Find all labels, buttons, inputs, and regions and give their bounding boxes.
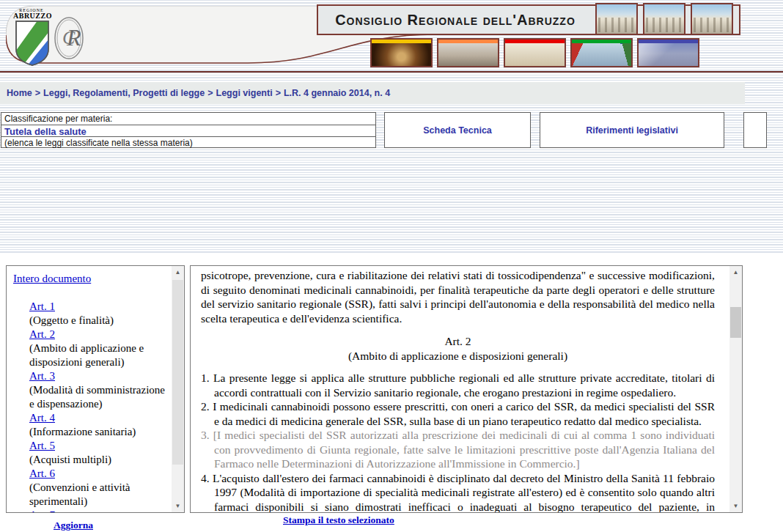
bell-photo: [372, 43, 431, 66]
mountain-photo-thumbnail[interactable]: [637, 38, 699, 67]
classification-note: (elenca le leggi classificate nella stes…: [1, 136, 375, 148]
art-2-link[interactable]: Art. 2: [29, 328, 55, 340]
riferimenti-legislativi-link[interactable]: Riferimenti legislativi: [586, 125, 678, 136]
empty-box: [743, 112, 767, 148]
art-3-link[interactable]: Art. 3: [29, 370, 55, 382]
classification-label: Classificazione per materia:: [1, 113, 375, 125]
regione-abruzzo-logo-label: REGIONE ABRUZZO: [13, 7, 50, 19]
classification-materia-link[interactable]: Tutela della salute: [4, 126, 87, 136]
scheda-tecnica-link[interactable]: Scheda Tecnica: [423, 125, 492, 136]
art-1-link[interactable]: Art. 1: [29, 300, 55, 312]
comma-2-text: I medicinali cannabinoidi possono essere…: [213, 400, 715, 427]
art-2-title: (Ambito di applicazione e disposizioni g…: [29, 342, 144, 368]
breadcrumb: Home > Leggi, Regolamenti, Progetti di l…: [0, 82, 745, 104]
art-4-title: (Informazione sanitaria): [29, 426, 136, 437]
comma-3-abrogated: 3. [I medici specialisti del SSR autoriz…: [201, 428, 715, 471]
article-subtitle: (Ambito di applicazione e disposizioni g…: [201, 349, 715, 363]
article-list-item: Art. 7 (Disposizioni attuative): [29, 509, 169, 512]
document-text: psicotrope, prevenzione, cura e riabilit…: [191, 266, 729, 512]
svg-text:R: R: [66, 24, 81, 51]
art-6-title: (Convenzioni e attività sperimentali): [29, 481, 130, 507]
scrollbar-thumb[interactable]: [730, 307, 741, 338]
comma-2: 2. I medicinali cannabinoidi possono ess…: [201, 399, 715, 428]
header-divider: [0, 71, 783, 73]
cr-emblem-icon: C R: [53, 15, 85, 62]
comma-4-number: 4.: [201, 472, 210, 484]
breadcrumb-separator: >: [276, 88, 281, 98]
article-list-item: Art. 1 (Oggetto e finalità): [29, 300, 169, 328]
classification-value-row: Tutela della salute: [1, 125, 375, 136]
title-band: Consiglio Regionale dell'Abruzzo: [317, 4, 740, 35]
art-5-link[interactable]: Art. 5: [29, 440, 55, 451]
assembly-hall-photo: [438, 43, 498, 66]
bell-photo-thumbnail[interactable]: [370, 38, 433, 67]
comma-1-number: 1.: [201, 372, 210, 384]
article-list-item: Art. 6 (Convenzioni e attività speriment…: [29, 467, 169, 509]
comma-3-number: 3.: [201, 429, 210, 441]
articles-list: Intero documento Art. 1 (Oggetto e final…: [7, 266, 172, 512]
books-photo: [505, 43, 565, 66]
breadcrumb-current: L.R. 4 gennaio 2014, n. 4: [284, 88, 390, 98]
art-4-link[interactable]: Art. 4: [29, 412, 55, 424]
breadcrumb-separator: >: [35, 88, 40, 98]
breadcrumb-leggi-vigenti-link[interactable]: Leggi vigenti: [216, 88, 273, 98]
breadcrumb-home-link[interactable]: Home: [7, 88, 32, 98]
scroll-down-icon[interactable]: ▼: [172, 500, 184, 512]
art-3-title: (Modalità di somministrazione e dispensa…: [29, 384, 165, 410]
article-heading: Art. 2: [201, 334, 715, 349]
comma-3-text: [I medici specialisti del SSR autorizzat…: [213, 429, 715, 470]
article-list-item: Art. 4 (Informazione sanitaria): [29, 411, 169, 439]
document-scrollbar[interactable]: ▲ ▼: [729, 266, 742, 512]
emiciclo-photo-thumbnail-1[interactable]: [595, 3, 638, 35]
scroll-down-icon[interactable]: ▼: [729, 500, 742, 512]
comma-4: 4. L'acquisto dall'estero dei farmaci ca…: [201, 471, 715, 513]
breadcrumb-separator: >: [207, 88, 213, 98]
emiciclo-photo-thumbnail-3[interactable]: [691, 3, 733, 35]
full-document-link[interactable]: Intero documento: [13, 273, 91, 284]
page: REGIONE ABRUZZO C R Consiglio Regionale …: [0, 0, 783, 532]
abruzzo-shield-icon: [15, 20, 50, 67]
art-1-title: (Oggetto e finalità): [29, 314, 114, 326]
riferimenti-legislativi-box: Riferimenti legislativi: [540, 112, 724, 148]
emiciclo-photo-thumbnail-2[interactable]: [643, 3, 685, 35]
sidebar-scrollbar[interactable]: ▲ ▼: [172, 266, 184, 512]
article-list-item: Art. 5 (Acquisti multipli): [29, 439, 169, 467]
paragraph-continuation: psicotrope, prevenzione, cura e riabilit…: [201, 268, 715, 325]
header-gallery-top: [595, 3, 733, 35]
art-6-link[interactable]: Art. 6: [29, 468, 55, 479]
scheda-tecnica-box: Scheda Tecnica: [384, 112, 531, 148]
print-selected-text-link[interactable]: Stampa il testo selezionato: [283, 514, 394, 526]
comma-4-text: L'acquisto dall'estero dei farmaci canna…: [213, 472, 715, 513]
scroll-up-icon[interactable]: ▲: [172, 266, 184, 278]
art-5-title: (Acquisti multipli): [29, 454, 111, 465]
refresh-link[interactable]: Aggiorna: [54, 520, 93, 531]
scroll-up-icon[interactable]: ▲: [729, 266, 742, 278]
article-list-item: Art. 2 (Ambito di applicazione e disposi…: [29, 328, 169, 369]
article-list-item: Art. 3 (Modalità di somministrazione e d…: [29, 369, 169, 411]
comma-1-text: La presente legge si applica alle strutt…: [213, 372, 715, 399]
logo-region-bottom-label: ABRUZZO: [13, 13, 50, 19]
comma-2-number: 2.: [201, 400, 210, 413]
flags-photo-thumbnail[interactable]: [570, 38, 633, 67]
articles-sidebar: Intero documento Art. 1 (Oggetto e final…: [6, 265, 185, 513]
assembly-hall-photo-thumbnail[interactable]: [437, 38, 499, 67]
breadcrumb-leggi-link[interactable]: Leggi, Regolamenti, Progetti di legge: [43, 88, 205, 98]
art-7-link[interactable]: Art. 7: [29, 509, 55, 512]
books-photo-thumbnail[interactable]: [504, 38, 566, 67]
flags-photo: [572, 43, 631, 66]
scrollbar-thumb[interactable]: [172, 280, 183, 465]
comma-1: 1. La presente legge si applica alle str…: [201, 371, 715, 399]
document-viewer: psicotrope, prevenzione, cura e riabilit…: [190, 265, 743, 513]
classification-table: Classificazione per materia: Tutela dell…: [1, 112, 376, 148]
mountain-photo: [639, 43, 698, 66]
header-gallery-bottom: [370, 38, 699, 67]
